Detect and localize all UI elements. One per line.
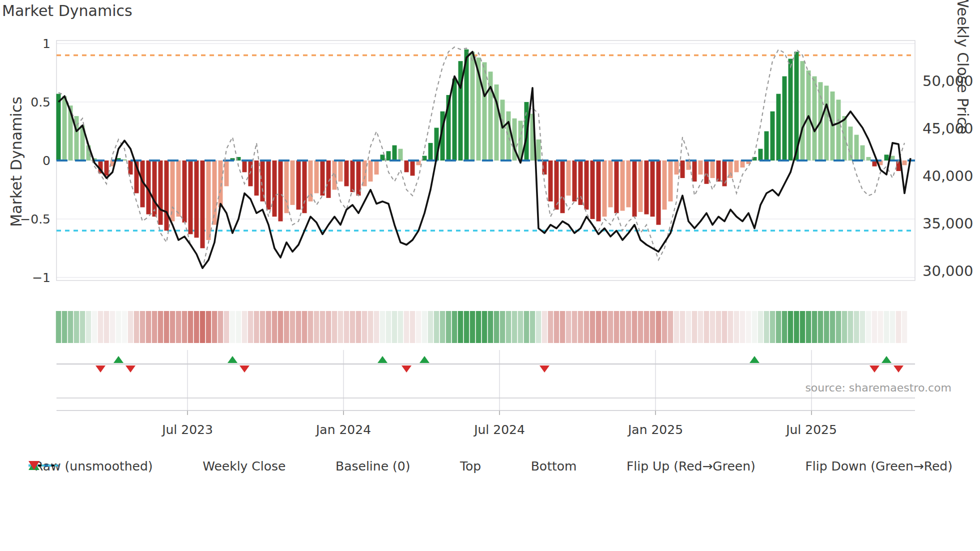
heatmap-cell: [578, 311, 583, 343]
heatmap-cell: [416, 311, 421, 343]
tick-label: −1: [32, 270, 50, 285]
oscillator-bar: [644, 160, 649, 214]
heatmap-cell: [728, 311, 733, 343]
heatmap-cell: [782, 311, 787, 343]
legend: Raw (unsmoothed) Weekly Close Baseline (…: [28, 459, 952, 474]
legend-label: Flip Up (Red→Green): [626, 459, 756, 474]
heatmap-cell: [434, 311, 439, 343]
heatmap-cell: [554, 311, 559, 343]
heatmap-cell: [632, 311, 637, 343]
heatmap-cell: [392, 311, 397, 343]
heatmap-cell: [194, 311, 199, 343]
heatmap-cell: [656, 311, 661, 343]
heatmap-cell: [878, 311, 883, 343]
heatmap-cell: [476, 311, 481, 343]
heatmap-cell: [884, 311, 889, 343]
flip-down-icon: [126, 366, 136, 372]
heatmap-cell: [488, 311, 493, 343]
heatmap-cell: [470, 311, 475, 343]
heatmap-cell: [662, 311, 667, 343]
heatmap-cell: [758, 311, 763, 343]
oscillator-bar: [170, 160, 175, 222]
heatmap-cell: [326, 311, 331, 343]
tick-label: 0.5: [30, 95, 50, 110]
legend-item-flip-down: Flip Down (Green→Red): [798, 459, 952, 474]
heatmap-cell: [872, 311, 877, 343]
oscillator-bar: [164, 160, 169, 230]
oscillator-bar: [584, 160, 589, 210]
heatmap-cell: [860, 311, 865, 343]
oscillator-bar: [680, 160, 685, 178]
oscillator-bar: [608, 160, 613, 208]
oscillator-bar: [254, 160, 259, 196]
oscillator-bar: [548, 160, 553, 202]
oscillator-bar: [782, 76, 787, 160]
heatmap-cell: [806, 311, 811, 343]
oscillator-bar: [224, 160, 229, 186]
tick-label: Jul 2025: [785, 422, 837, 437]
heatmap-cell: [110, 311, 115, 343]
oscillator-bar: [560, 160, 565, 213]
heatmap-cell: [770, 311, 775, 343]
heatmap-cell: [680, 311, 685, 343]
heatmap-cell: [896, 311, 901, 343]
heatmap-cell: [548, 311, 553, 343]
heatmap-cell: [362, 311, 367, 343]
oscillator-bar: [662, 160, 667, 210]
heatmap-cell: [560, 311, 565, 343]
oscillator-bar: [734, 160, 739, 172]
flip-up-icon: [420, 356, 430, 363]
heatmap-cell: [320, 311, 325, 343]
heatmap-cell: [650, 311, 655, 343]
oscillator-bar: [692, 160, 697, 182]
heatmap-cell: [92, 311, 97, 343]
heatmap-cell: [422, 311, 427, 343]
heatmap-cell: [230, 311, 235, 343]
heatmap-cell: [80, 311, 85, 343]
flip-down-icon: [402, 366, 412, 372]
heatmap-cell: [692, 311, 697, 343]
heatmap-cell: [530, 311, 535, 343]
oscillator-bar: [272, 160, 277, 216]
oscillator-bar: [482, 62, 487, 160]
oscillator-bar: [428, 143, 433, 160]
heatmap-cell: [458, 311, 463, 343]
oscillator-bar: [200, 160, 205, 248]
heatmap-cell: [236, 311, 241, 343]
heatmap-cell: [248, 311, 253, 343]
flip-down-icon: [870, 366, 880, 372]
heatmap-cell: [284, 311, 289, 343]
flip-down-icon: [540, 366, 550, 372]
heatmap-cell: [674, 311, 679, 343]
heatmap-cell: [512, 311, 517, 343]
oscillator-bar: [296, 160, 301, 210]
oscillator-bar: [104, 160, 109, 176]
tick-label: Jan 2025: [627, 422, 683, 437]
oscillator-bar: [404, 160, 409, 172]
heatmap-cell: [572, 311, 577, 343]
heatmap-cell: [614, 311, 619, 343]
page-title: Market Dynamics: [2, 2, 132, 20]
oscillator-bar: [836, 100, 841, 160]
heatmap-cell: [332, 311, 337, 343]
heatmap-cell: [704, 311, 709, 343]
oscillator-bar: [590, 160, 595, 219]
heatmap-cell: [866, 311, 871, 343]
flip-up-icon: [750, 356, 760, 363]
heatmap-cell: [218, 311, 223, 343]
legend-label: Baseline (0): [336, 459, 410, 474]
oscillator-bar: [902, 160, 907, 165]
oscillator-bar: [656, 160, 661, 225]
heatmap-cell: [800, 311, 805, 343]
left-axis-title: Market Dynamics: [8, 57, 25, 267]
oscillator-bar: [452, 78, 457, 160]
tick-label: 30,000: [922, 262, 973, 280]
heatmap-cell: [206, 311, 211, 343]
heatmap-cell: [350, 311, 355, 343]
heatmap-cell: [518, 311, 523, 343]
oscillator-bar: [284, 160, 289, 213]
heatmap-cell: [812, 311, 817, 343]
heatmap-cell: [302, 311, 307, 343]
legend-label: Flip Down (Green→Red): [805, 459, 952, 474]
tick-label: 1: [42, 36, 50, 51]
